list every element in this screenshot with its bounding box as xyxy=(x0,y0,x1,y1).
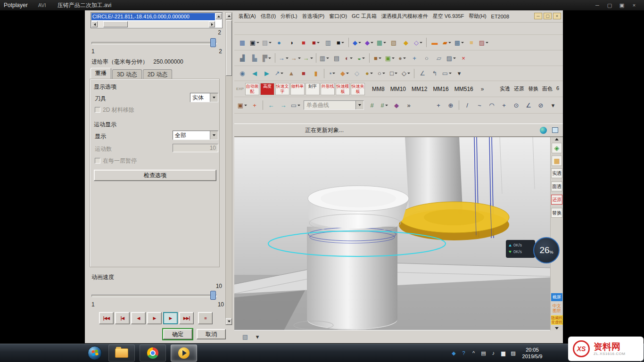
toolbar-icon[interactable]: ∠ xyxy=(417,68,428,79)
cancel-button[interactable]: 取消 xyxy=(197,329,226,339)
snap-icon[interactable]: + xyxy=(498,99,510,111)
toolbar-icon[interactable]: ◇ xyxy=(351,68,363,79)
diamond-icon[interactable]: ◈ xyxy=(552,143,562,153)
toolbar-icon[interactable]: ▦ xyxy=(237,37,248,48)
toolbar-icon[interactable]: + xyxy=(249,99,260,111)
snap-icon[interactable]: ⊘ xyxy=(535,99,546,111)
toolbar-icon[interactable]: □ xyxy=(388,68,399,79)
menu-item[interactable]: 潇洒模具汽模标准件 xyxy=(379,13,430,20)
check-options-button[interactable]: 检查选项 xyxy=(94,170,216,181)
tab-重播[interactable]: 重播 xyxy=(91,68,111,79)
menu-item[interactable]: 窗口(O) xyxy=(327,13,349,20)
toolbar-icon[interactable]: ▥ xyxy=(319,52,330,64)
position-slider-thumb[interactable] xyxy=(210,38,216,47)
toolbar-icon[interactable]: ▬ xyxy=(429,37,440,48)
panel-button[interactable]: 实透 xyxy=(551,168,562,178)
toolbar-icon[interactable]: ● xyxy=(363,68,375,79)
toolbar-icon[interactable]: ◆ xyxy=(400,37,412,48)
toolbar-icon[interactable]: ◐ xyxy=(343,52,355,64)
toolbar-icon[interactable]: ▲ xyxy=(286,68,297,79)
hscroll-thumb[interactable] xyxy=(103,21,128,27)
tab-3D 动态[interactable]: 3D 动态 xyxy=(112,69,142,79)
snap-icon[interactable]: ⊙ xyxy=(511,99,522,111)
menu-item[interactable]: 帮助(H) xyxy=(466,13,488,20)
quick-button[interactable]: 快速夹板 xyxy=(351,83,365,95)
toolbar-icon[interactable]: ▶ xyxy=(261,68,272,79)
quick-right-label[interactable]: 实透 xyxy=(500,85,510,92)
quick-button[interactable]: 做料单 xyxy=(290,83,305,95)
toolbar-icon[interactable]: ■ xyxy=(298,37,309,48)
scroll-right-icon[interactable] xyxy=(209,21,215,27)
mm-button[interactable]: MM12 xyxy=(409,86,430,92)
menu-item[interactable]: GC 工具箱 xyxy=(349,13,379,20)
menu-item[interactable]: ET2008 xyxy=(489,14,512,19)
mm-button[interactable]: MM10 xyxy=(388,86,409,92)
nx-restore-button[interactable]: ▢ xyxy=(544,13,552,19)
toolbar-icon[interactable]: ◆ xyxy=(351,37,363,48)
mm-button[interactable]: MM8 xyxy=(369,86,388,92)
quick-button[interactable]: 快速模板 xyxy=(336,83,350,95)
toolbar-icon[interactable]: × xyxy=(458,52,469,64)
tab-2D 动态[interactable]: 2D 动态 xyxy=(143,69,173,79)
snap-icon[interactable]: ▾ xyxy=(547,99,559,111)
quick-right-label[interactable]: 面色 xyxy=(542,85,553,92)
hidden-icons-chevron[interactable]: ^ xyxy=(471,350,477,356)
step-back-button[interactable]: |◀ xyxy=(115,312,130,324)
video-area[interactable]: CIRCLE/-221.811,-18.416,0.000,0.000000 2… xyxy=(0,10,644,343)
scroll-up-icon[interactable] xyxy=(226,13,232,19)
panel-button[interactable]: 替换 xyxy=(551,208,562,218)
toolbar-icon[interactable]: ■ xyxy=(372,52,383,64)
toolbar-icon[interactable]: ▧ xyxy=(239,331,251,343)
go-to-start-button[interactable]: |◀◀ xyxy=(99,312,114,324)
menu-item[interactable]: 首选项(P) xyxy=(300,13,327,20)
vscroll-thumb[interactable] xyxy=(226,20,232,76)
cn-layer-button[interactable]: 中文图层 xyxy=(553,304,561,313)
toolbar-icon[interactable]: + xyxy=(409,52,420,64)
position-slider[interactable] xyxy=(91,38,217,47)
toolbar-icon[interactable]: ▨ xyxy=(478,37,489,48)
scroll-down-icon[interactable] xyxy=(226,318,232,325)
mm-button[interactable]: MM516 xyxy=(452,86,476,92)
pin-button[interactable]: ▣ xyxy=(616,0,628,10)
layers-icon[interactable]: ▦ xyxy=(552,156,562,166)
nx-close-button[interactable]: × xyxy=(553,13,561,19)
close-button[interactable]: × xyxy=(628,0,640,10)
toolbar-icon[interactable]: ■ xyxy=(310,37,322,48)
toolbar-icon[interactable]: ▦ xyxy=(376,37,387,48)
quick-right-label[interactable]: 替换 xyxy=(528,85,538,92)
speed-slider-thumb[interactable] xyxy=(210,291,216,300)
toolbar-icon[interactable]: ▨ xyxy=(446,52,457,64)
hidden-line-button[interactable]: 隐藏线变虚线 xyxy=(551,315,563,325)
quick-button[interactable]: 自动装配 xyxy=(245,83,259,95)
panel-button[interactable]: 面透 xyxy=(551,181,562,191)
gcode-selected-row[interactable]: CIRCLE/-221.811,-18.416,0.000,0.000000 xyxy=(91,13,215,20)
menu-item[interactable]: 星空 V6.935F xyxy=(430,13,467,20)
scroll-up-icon[interactable] xyxy=(215,13,222,19)
toolbar-icon[interactable]: ◒ xyxy=(355,52,367,64)
toolbar-icon[interactable]: ▾ xyxy=(252,331,263,343)
panel-button[interactable]: 还原 xyxy=(551,195,562,205)
speed-percent-overlay[interactable]: 26 % xyxy=(533,237,560,263)
snap-icon[interactable]: ∠ xyxy=(523,99,534,111)
scroll-down-icon[interactable] xyxy=(555,327,559,329)
ok-button[interactable]: 确定 xyxy=(163,329,192,339)
toolbar-icon[interactable]: ▥ xyxy=(322,37,334,48)
player-menu[interactable]: Potplayer xyxy=(4,2,28,8)
toolbar-icon[interactable]: ◆ xyxy=(339,68,350,79)
chevron-down-icon[interactable] xyxy=(355,101,363,109)
toolbar-icon[interactable]: ◆ xyxy=(391,99,402,111)
quick-right-label[interactable]: 还原 xyxy=(514,85,524,92)
taskbar-explorer-button[interactable] xyxy=(108,345,135,362)
screenshot-button[interactable]: 截屏 xyxy=(551,293,562,301)
toolbar-overflow[interactable]: » xyxy=(481,86,484,92)
quick-button[interactable]: 高度 xyxy=(260,83,274,95)
start-button[interactable] xyxy=(88,346,102,360)
tray-app-icon[interactable]: ◆ xyxy=(451,350,457,356)
stop-button[interactable]: ■ xyxy=(198,312,213,324)
motion-count-field[interactable]: 10 xyxy=(173,144,218,152)
toolbar-icon[interactable]: ◀ xyxy=(249,68,260,79)
toolbar-icon[interactable]: ○ xyxy=(376,68,387,79)
toolbar-icon[interactable]: ◇ xyxy=(400,68,412,79)
menu-item[interactable]: 装配(A) xyxy=(236,13,258,20)
toolbar-icon[interactable]: ▭ xyxy=(290,99,301,111)
